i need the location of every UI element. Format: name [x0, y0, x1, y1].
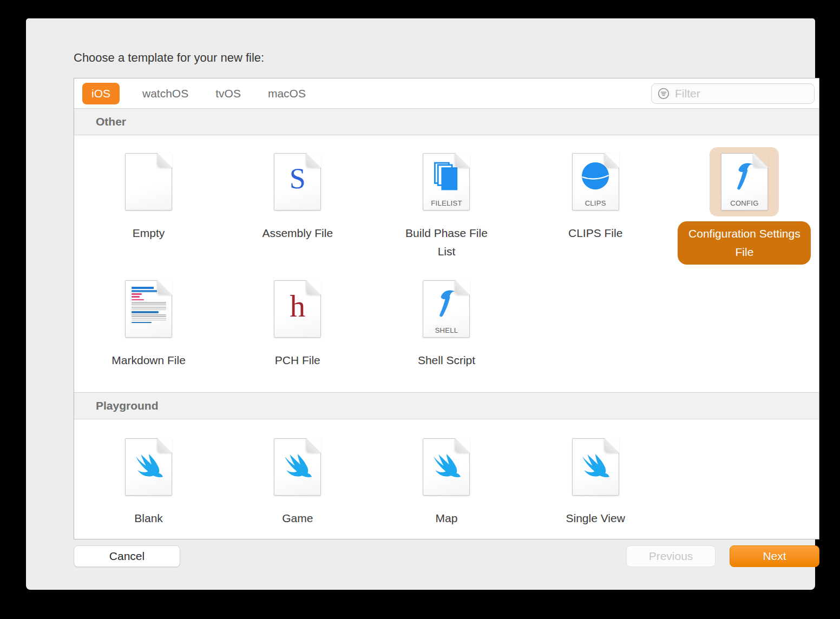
template-configuration-settings-file[interactable]: CONFIGConfiguration Settings File — [670, 147, 819, 265]
template-icon-box: h — [263, 274, 332, 344]
template-game[interactable]: Game — [223, 432, 372, 528]
template-blank[interactable]: Blank — [74, 432, 223, 528]
swift-document-icon — [423, 438, 470, 496]
picker-toolbar: iOSwatchOStvOSmacOS — [74, 78, 819, 108]
template-build-phase-file-list[interactable]: FILELISTBuild Phase File List — [372, 147, 521, 265]
config-artwork — [732, 161, 757, 192]
template-assembly-file[interactable]: SAssembly File — [223, 147, 372, 265]
swift-artwork — [134, 453, 163, 477]
filter-field[interactable] — [651, 83, 815, 104]
template-icon-box — [263, 432, 332, 502]
template-icon-box — [412, 432, 481, 502]
template-icon-box — [561, 432, 630, 502]
file-glyph-letter: S — [290, 162, 306, 195]
section-header-other: Other — [74, 108, 819, 135]
template-label: Game — [282, 509, 313, 528]
template-icon-box: SHELL — [412, 274, 481, 344]
markdown-document-icon — [125, 280, 172, 338]
template-single-view[interactable]: Single View — [521, 432, 670, 528]
template-label: Single View — [566, 509, 625, 528]
template-clips-file[interactable]: CLIPSCLIPS File — [521, 147, 670, 265]
template-label: Markdown File — [111, 351, 186, 370]
tab-ios[interactable]: iOS — [82, 83, 120, 104]
tab-watchos[interactable]: watchOS — [138, 83, 193, 104]
template-label: Map — [436, 509, 458, 528]
filter-icon — [657, 87, 670, 100]
template-label: CLIPS File — [568, 224, 622, 242]
config-document-icon: CONFIG — [721, 153, 768, 210]
template-grid-other: EmptySAssembly FileFILELISTBuild Phase F… — [74, 135, 819, 392]
file-glyph-letter: h — [290, 287, 305, 324]
cancel-button[interactable]: Cancel — [74, 545, 180, 567]
swift-artwork — [283, 453, 312, 477]
template-icon-box — [114, 147, 183, 216]
template-icon-box — [114, 432, 183, 502]
template-empty[interactable]: Empty — [74, 147, 223, 265]
template-sections: OtherEmptySAssembly FileFILELISTBuild Ph… — [74, 108, 819, 541]
empty-document-icon — [125, 153, 172, 210]
template-label: Assembly File — [262, 224, 333, 242]
swift-document-icon — [274, 438, 321, 496]
template-label: PCH File — [275, 351, 320, 370]
file-type-badge: SHELL — [423, 326, 469, 334]
template-icon-box — [114, 274, 183, 344]
template-label: Empty — [133, 224, 165, 242]
file-type-badge: CLIPS — [573, 199, 619, 207]
os-tabs: iOSwatchOStvOSmacOS — [82, 83, 310, 104]
tab-tvos[interactable]: tvOS — [211, 83, 245, 104]
template-label: Shell Script — [418, 351, 475, 370]
next-button[interactable]: Next — [730, 545, 819, 567]
dialog-footer: Cancel Previous Next — [74, 545, 819, 567]
template-markdown-file[interactable]: Markdown File — [74, 274, 223, 370]
new-file-dialog: Choose a template for your new file: iOS… — [26, 18, 815, 590]
template-pch-file[interactable]: hPCH File — [223, 274, 372, 370]
filelist-document-icon: FILELIST — [423, 153, 470, 210]
template-icon-box: CLIPS — [561, 147, 630, 216]
template-grid-playground: BlankGameMapSingle View — [74, 419, 819, 541]
tab-macos[interactable]: macOS — [264, 83, 310, 104]
swift-artwork — [581, 453, 610, 477]
template-icon-box: CONFIG — [710, 147, 779, 216]
assembly-document-icon: S — [274, 153, 321, 210]
file-type-badge: FILELIST — [423, 199, 469, 207]
screen-background: Choose a template for your new file: iOS… — [0, 0, 840, 619]
clips-artwork — [580, 161, 611, 192]
clips-document-icon: CLIPS — [572, 153, 619, 210]
template-shell-script[interactable]: SHELLShell Script — [372, 274, 521, 370]
section-header-playground: Playground — [74, 392, 819, 419]
swift-artwork — [432, 453, 461, 477]
filelist-artwork — [434, 161, 460, 192]
template-label: Blank — [134, 509, 163, 528]
file-type-badge: CONFIG — [721, 199, 767, 207]
template-icon-box: FILELIST — [412, 147, 481, 216]
previous-button[interactable]: Previous — [626, 545, 716, 567]
template-label: Build Phase File List — [398, 224, 495, 261]
shell-artwork — [434, 288, 459, 319]
template-icon-box: S — [263, 147, 332, 216]
filter-input[interactable] — [674, 87, 809, 101]
template-picker: iOSwatchOStvOSmacOS OtherEmptySAssembly … — [74, 78, 819, 539]
swift-document-icon — [572, 438, 619, 496]
dialog-title: Choose a template for your new file: — [74, 51, 264, 65]
template-label: Configuration Settings File — [678, 221, 811, 265]
template-map[interactable]: Map — [372, 432, 521, 528]
shell-document-icon: SHELL — [423, 280, 470, 338]
pch-document-icon: h — [274, 280, 321, 338]
swift-document-icon — [125, 438, 172, 496]
markdown-preview-text — [132, 287, 166, 331]
